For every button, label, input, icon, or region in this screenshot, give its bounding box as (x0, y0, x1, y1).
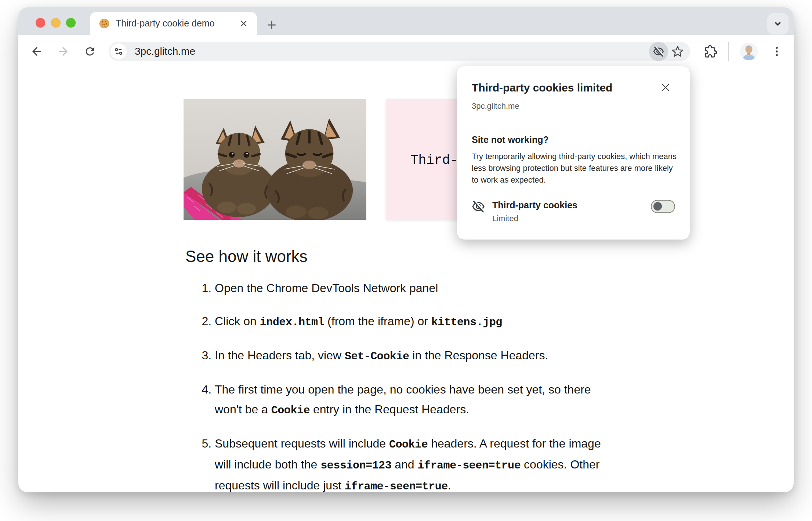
iframe-text: Third- (410, 153, 458, 168)
tune-icon (113, 46, 124, 57)
browser-toolbar: 3pc.glitch.me (18, 35, 794, 68)
tab-title: Third-party cookie demo (116, 18, 238, 29)
reload-icon (84, 45, 96, 58)
popup-section-heading: Site not working? (472, 134, 549, 145)
list-item: Subsequent requests will include Cookie … (215, 434, 608, 492)
popup-description: Try temporarily allowing third-party coo… (472, 151, 678, 186)
extensions-button[interactable] (703, 43, 719, 60)
forward-button[interactable] (55, 43, 71, 60)
reload-button[interactable] (82, 43, 98, 60)
site-settings-button[interactable] (110, 43, 127, 60)
window-close-button[interactable] (36, 18, 45, 28)
address-bar[interactable]: 3pc.glitch.me (109, 42, 690, 61)
popup-title: Third-party cookies limited (472, 82, 612, 94)
back-button[interactable] (29, 43, 45, 60)
list-item: In the Headers tab, view Set-Cookie in t… (215, 345, 608, 366)
list-item: Open the Chrome DevTools Network panel (215, 278, 608, 298)
chevron-down-icon (772, 18, 784, 30)
browser-window: Third-party cookie demo (18, 7, 794, 492)
toolbar-divider (728, 42, 729, 61)
window-minimize-button[interactable] (51, 18, 61, 28)
popup-close-button[interactable] (657, 79, 674, 96)
bookmark-button[interactable] (668, 42, 687, 61)
list-item: Click on index.html (from the iframe) or… (215, 311, 608, 332)
window-zoom-button[interactable] (66, 18, 76, 28)
page-heading: See how it works (185, 247, 308, 266)
third-party-cookies-label: Third-party cookies (492, 200, 577, 211)
third-party-cookies-button[interactable] (649, 42, 668, 61)
cookies-status: Limited (492, 214, 518, 223)
kittens-image (184, 99, 366, 220)
puzzle-icon (704, 44, 718, 58)
tab-close-icon[interactable] (238, 18, 250, 29)
eye-off-icon (471, 199, 486, 214)
popup-origin: 3pc.glitch.me (472, 101, 519, 111)
url-text: 3pc.glitch.me (135, 46, 649, 57)
kebab-menu-icon (771, 45, 783, 58)
toggle-knob (653, 202, 662, 211)
browser-menu-button[interactable] (769, 43, 785, 60)
forward-arrow-icon (57, 45, 70, 58)
eye-off-icon (652, 45, 665, 58)
browser-tab[interactable]: Third-party cookie demo (90, 12, 257, 35)
back-arrow-icon (30, 45, 43, 58)
tab-search-button[interactable] (767, 13, 789, 35)
list-item: The first time you open the page, no coo… (215, 380, 608, 420)
avatar-photo (740, 43, 758, 60)
cookie-favicon-icon (99, 18, 110, 29)
cookies-popup: Third-party cookies limited 3pc.glitch.m… (457, 66, 690, 240)
tab-strip: Third-party cookie demo (18, 7, 794, 35)
star-icon (671, 45, 684, 58)
profile-avatar[interactable] (740, 43, 758, 60)
third-party-cookies-toggle[interactable] (651, 200, 675, 213)
close-icon (660, 82, 671, 93)
new-tab-button[interactable] (264, 17, 280, 33)
popup-divider (457, 124, 690, 124)
steps-list: Open the Chrome DevTools Network panelCl… (185, 278, 608, 492)
